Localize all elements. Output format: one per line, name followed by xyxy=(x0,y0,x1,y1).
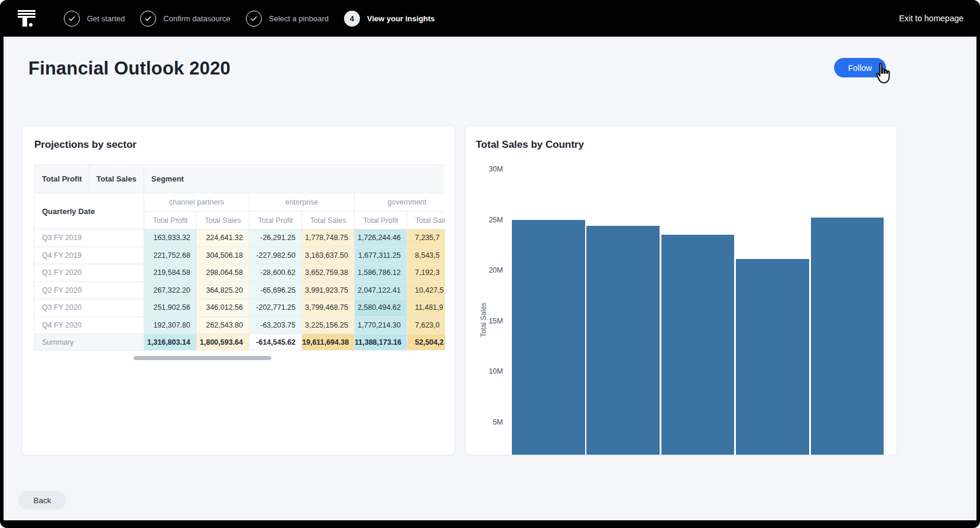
table-row: Q3 FY 2019163,933.32224,641.32-26,291.25… xyxy=(35,229,446,247)
step-label: Confirm datasource xyxy=(163,14,230,23)
follow-button[interactable]: Follow xyxy=(834,58,886,77)
value-cell: 1,778,748.75 xyxy=(302,229,355,247)
value-cell: 1,586,786.12 xyxy=(355,264,407,282)
value-cell: 224,641.32 xyxy=(197,229,249,247)
value-cell: 192,307.80 xyxy=(144,316,197,334)
group-header-row: Quarterly Datechannel partnersenterprise… xyxy=(35,193,446,212)
row-label-cell: Q4 FY 2020 xyxy=(35,316,144,334)
value-cell: 52,504,2 xyxy=(407,334,446,351)
value-cell: 11,388,173.16 xyxy=(355,334,407,351)
value-cell: 219,584.58 xyxy=(144,264,197,282)
sub-measure-cell: Total Profit xyxy=(249,212,302,229)
row-label-cell: Q3 FY 2019 xyxy=(35,229,144,247)
measure-header-cell: Total Sales xyxy=(89,165,144,193)
value-cell: 7,192,3 xyxy=(407,264,446,282)
step-number: 4 xyxy=(344,11,360,27)
value-cell: -28,600.62 xyxy=(249,264,302,282)
y-axis-tick-label: 20M xyxy=(466,265,503,276)
sub-measure-cell: Total Profit xyxy=(144,212,197,229)
segment-group-cell: enterprise xyxy=(249,193,355,212)
onboarding-stepper-bar: Get startedConfirm datasourceSelect a pi… xyxy=(0,0,980,37)
value-cell: 3,163,637.50 xyxy=(302,247,355,264)
step-label: View your insights xyxy=(367,14,435,23)
value-cell: 298,064.58 xyxy=(197,264,249,282)
value-cell: 2,047,122.41 xyxy=(355,281,407,299)
value-cell: 364,825.20 xyxy=(197,281,249,299)
row-label-cell: Q2 FY 2020 xyxy=(35,281,144,299)
segment-group-cell: channel partners xyxy=(144,193,249,212)
table-header-row: Total ProfitTotal SalesSegment xyxy=(35,165,446,193)
row-label-cell: Q4 FY 2019 xyxy=(35,247,144,264)
bar-total-sales[interactable] xyxy=(811,218,884,455)
segment-group-cell: government xyxy=(355,193,446,212)
value-cell: 1,677,311.25 xyxy=(355,247,407,264)
value-cell: 2,580,494.62 xyxy=(355,299,407,317)
value-cell: 262,543.80 xyxy=(197,316,249,334)
check-icon xyxy=(246,11,262,27)
pivot-table-viewport: Total ProfitTotal SalesSegmentQuarterly … xyxy=(34,164,445,351)
value-cell: 3,225,156.25 xyxy=(302,316,355,334)
step-label: Get started xyxy=(87,14,125,23)
table-row: Q1 FY 2020219,584.58298,064.58-28,600.62… xyxy=(35,264,446,282)
value-cell: 221,752.68 xyxy=(144,247,197,264)
row-label-cell: Summary xyxy=(35,334,144,351)
value-cell: 10,427,5 xyxy=(407,281,446,299)
bar-total-sales[interactable] xyxy=(586,226,660,455)
sub-measure-cell: Total Sales xyxy=(302,212,355,229)
value-cell: -227,982.50 xyxy=(249,247,302,264)
back-button[interactable]: Back xyxy=(18,491,66,510)
sub-measure-cell: Total Profit xyxy=(355,212,407,229)
exit-to-homepage-link[interactable]: Exit to homepage xyxy=(899,14,963,23)
segment-header-cell: Segment xyxy=(144,165,446,193)
value-cell: 8,543,5 xyxy=(407,247,446,264)
value-cell: 7,623,0 xyxy=(407,316,446,334)
pivot-card-title: Projections by sector xyxy=(34,139,137,151)
check-icon xyxy=(140,11,156,27)
stepper-step[interactable]: Confirm datasource xyxy=(140,11,230,27)
value-cell: 304,506.18 xyxy=(197,247,249,264)
stepper-step[interactable]: 4View your insights xyxy=(344,11,435,27)
stepper-step[interactable]: Get started xyxy=(64,11,125,27)
bar-total-sales[interactable] xyxy=(661,235,735,455)
total-sales-chart-card: Total Sales by Country Total Sales 30M25… xyxy=(465,126,897,455)
value-cell: 3,991,923.75 xyxy=(302,281,355,299)
row-label-cell: Q1 FY 2020 xyxy=(35,264,144,282)
y-axis-tick-label: 30M xyxy=(466,164,503,174)
table-row: Q3 FY 2020251,902.56346,012.56-202,771.2… xyxy=(35,299,446,317)
y-axis-tick-label: 5M xyxy=(466,417,503,427)
table-row: Q4 FY 2019221,752.68304,506.18-227,982.5… xyxy=(35,247,446,264)
chart-title: Total Sales by Country xyxy=(476,139,584,151)
step-label: Select a pinboard xyxy=(269,14,329,23)
projections-card: Projections by sector Total ProfitTotal … xyxy=(22,126,455,455)
stepper-step[interactable]: Select a pinboard xyxy=(246,11,329,27)
value-cell: 1,800,593.64 xyxy=(197,334,249,351)
value-cell: 19,611,694.38 xyxy=(302,334,355,351)
stepper: Get startedConfirm datasourceSelect a pi… xyxy=(64,11,435,27)
bar-total-sales[interactable] xyxy=(736,259,809,455)
page-title: Financial Outlook 2020 xyxy=(28,58,231,79)
value-cell: 346,012.56 xyxy=(197,299,249,317)
sub-measure-cell: Total Sales xyxy=(197,212,249,229)
y-axis-tick-label: 25M xyxy=(466,215,503,225)
value-cell: 3,799,468.75 xyxy=(302,299,355,317)
value-cell: 1,770,214.30 xyxy=(355,316,407,334)
sub-measure-cell: Total Sales xyxy=(407,212,446,229)
summary-row: Summary1,316,803.141,800,593.64-614,545.… xyxy=(35,334,446,351)
bar-total-sales[interactable] xyxy=(512,220,585,456)
value-cell: 1,726,244.46 xyxy=(355,229,407,247)
value-cell: -26,291.25 xyxy=(249,229,302,247)
y-axis-tick-label: 10M xyxy=(466,366,503,377)
table-row: Q4 FY 2020192,307.80262,543.80-63,203.75… xyxy=(35,316,446,334)
value-cell: 11,481,9 xyxy=(407,299,446,317)
value-cell: 163,933.32 xyxy=(144,229,197,247)
table-row: Q2 FY 2020267,322.20364,825.20-65,696.25… xyxy=(35,281,446,299)
value-cell: 251,902.56 xyxy=(144,299,197,317)
measure-header-cell: Total Profit xyxy=(35,165,89,193)
value-cell: -614,545.62 xyxy=(249,334,302,351)
app-window: Get startedConfirm datasourceSelect a pi… xyxy=(0,0,980,528)
check-icon xyxy=(64,11,80,27)
value-cell: 3,652,759.38 xyxy=(302,264,355,282)
value-cell: 7,235,7 xyxy=(407,229,446,247)
row-label-cell: Q3 FY 2020 xyxy=(35,299,144,317)
table-horizontal-scrollbar[interactable] xyxy=(134,356,271,360)
